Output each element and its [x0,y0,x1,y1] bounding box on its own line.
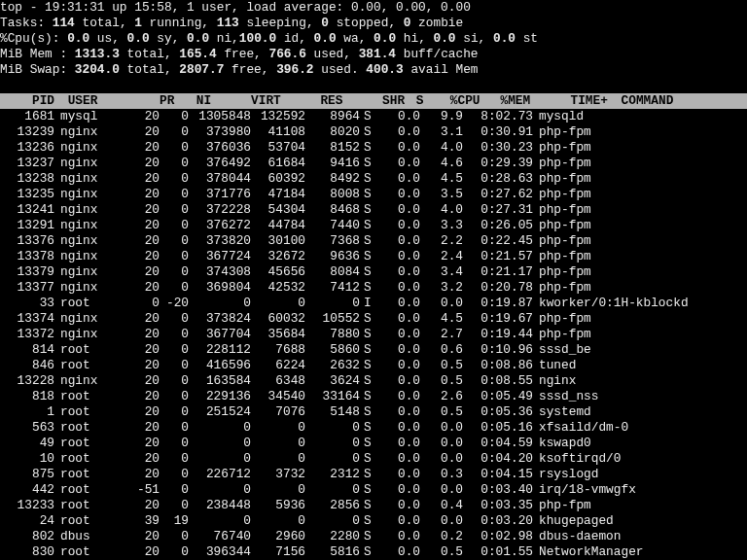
cell-shr: 8020 [305,124,360,140]
process-row: 846root20041659662242632S0.00.50:08.86tu… [0,358,747,373]
cell-time: 0:19.87 [463,296,533,311]
cell-shr: 33164 [305,389,360,404]
cell-res: 0 [251,451,305,467]
process-row: 49root200000S0.00.00:04.59kswapd0 [0,436,747,451]
cell-mem: 4.5 [420,171,463,187]
cell-user: nginx [54,311,130,327]
cell-mem: 0.0 [420,420,463,436]
cell-cpu: 0.0 [377,467,420,482]
cell-s: S [360,187,377,202]
cell-cpu: 0.0 [377,280,420,296]
cell-user: nginx [54,264,130,280]
summary-line-1: top - 19:31:31 up 15:58, 1 user, load av… [0,0,747,16]
process-row: 13235nginx200371776471848008S0.03.50:27.… [0,187,747,202]
cell-pr: 20 [130,202,160,218]
cell-res: 60032 [251,311,305,327]
process-row: 10root200000S0.00.00:04.20ksoftirqd/0 [0,451,747,467]
cell-shr: 2280 [305,529,360,544]
cell-command: php-fpm [533,124,733,140]
cell-pid: 13233 [0,498,54,513]
process-row: 13238nginx200378044603928492S0.04.50:28.… [0,171,747,187]
process-row: 13239nginx200373980411088020S0.03.10:30.… [0,124,747,140]
process-row: 13237nginx200376492616849416S0.04.60:29.… [0,156,747,171]
cell-shr: 8492 [305,171,360,187]
process-row: 13377nginx200369804425327412S0.03.20:20.… [0,280,747,296]
cell-s: S [360,171,377,187]
cell-ni: 0 [160,109,189,124]
cell-virt: 163584 [189,373,251,389]
cell-pr: 20 [130,389,160,404]
cell-cpu: 0.0 [377,156,420,171]
cell-time: 0:05.16 [463,420,533,436]
cell-mem: 2.2 [420,233,463,249]
cell-cpu: 0.0 [377,389,420,404]
cell-res: 30100 [251,233,305,249]
cell-mem: 0.0 [420,296,463,311]
cell-virt: 373824 [189,311,251,327]
cell-s: S [360,467,377,482]
cell-pid: 13376 [0,233,54,249]
cell-pr: 20 [130,420,160,436]
cell-pr: -51 [130,482,160,498]
cell-mem: 3.3 [420,218,463,233]
cell-time: 0:02.98 [463,529,533,544]
cell-virt: 373820 [189,233,251,249]
cell-user: nginx [54,233,130,249]
cell-s: S [360,513,377,529]
cell-command: mysqld [533,109,733,124]
cell-time: 0:20.78 [463,280,533,296]
col-header-cpu: %CPU [438,93,480,109]
cell-pr: 20 [130,404,160,420]
cell-pid: 13235 [0,187,54,202]
cell-cpu: 0.0 [377,544,420,560]
cell-time: 0:19.67 [463,311,533,327]
cell-res: 35684 [251,327,305,342]
cell-time: 0:29.39 [463,156,533,171]
cell-shr: 9636 [305,249,360,264]
process-row: 13379nginx200374308456568084S0.03.40:21.… [0,264,747,280]
cell-command: php-fpm [533,498,733,513]
cell-ni: 0 [160,420,189,436]
cell-time: 0:21.17 [463,264,533,280]
cell-pr: 20 [130,498,160,513]
cell-shr: 8152 [305,140,360,156]
cell-shr: 8964 [305,109,360,124]
cell-pid: 13378 [0,249,54,264]
cell-pr: 0 [130,296,160,311]
process-row: 818root2002291363454033164S0.02.60:05.49… [0,389,747,404]
cell-virt: 367704 [189,327,251,342]
cell-virt: 0 [189,513,251,529]
cell-mem: 4.5 [420,311,463,327]
cell-s: S [360,327,377,342]
cell-cpu: 0.0 [377,202,420,218]
cell-cpu: 0.0 [377,436,420,451]
cell-pr: 20 [130,358,160,373]
cell-pr: 20 [130,156,160,171]
cell-user: root [54,467,130,482]
cell-user: dbus [54,529,130,544]
process-row: 13372nginx200367704356847880S0.02.70:19.… [0,327,747,342]
process-row: 814root20022811276885860S0.00.60:10.96ss… [0,342,747,358]
cell-cpu: 0.0 [377,513,420,529]
cell-pid: 49 [0,436,54,451]
cell-cpu: 0.0 [377,327,420,342]
cell-command: kswapd0 [533,436,733,451]
cell-time: 0:21.57 [463,249,533,264]
cell-user: root [54,342,130,358]
cell-command: php-fpm [533,156,733,171]
cell-mem: 0.3 [420,467,463,482]
cell-mem: 3.4 [420,264,463,280]
process-row: 13376nginx200373820301007368S0.02.20:22.… [0,233,747,249]
col-header-pid: PID [0,93,54,109]
cell-ni: 0 [160,467,189,482]
cell-res: 0 [251,513,305,529]
process-row: 830root20039634471565816S0.00.50:01.55Ne… [0,544,747,560]
cell-pid: 13236 [0,140,54,156]
col-header-command: COMMAND [616,93,747,109]
cell-shr: 9416 [305,156,360,171]
cell-s: S [360,482,377,498]
cell-time: 0:03.20 [463,513,533,529]
cell-pid: 442 [0,482,54,498]
cell-time: 0:27.31 [463,202,533,218]
cell-user: root [54,389,130,404]
